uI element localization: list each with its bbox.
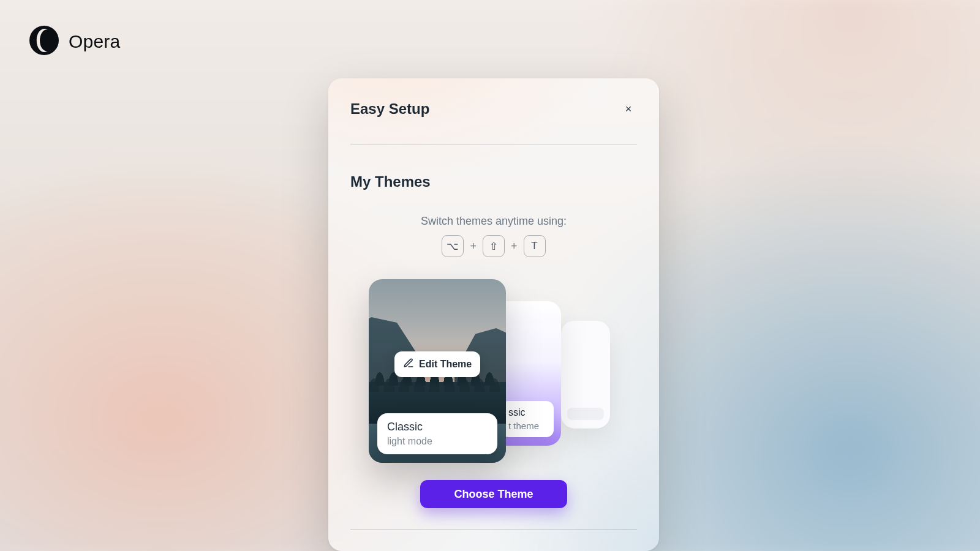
divider [350, 144, 637, 145]
keycap-plus: + [511, 240, 518, 253]
svg-point-3 [40, 30, 53, 51]
themes-carousel: ssic t theme Classic light mode Edit T [350, 279, 637, 463]
keycap-option-icon: ⌥ [442, 235, 464, 257]
divider [350, 529, 637, 530]
theme-sub: light mode [387, 436, 488, 447]
theme-card-label: Classic light mode [377, 413, 497, 454]
opera-logo-icon [28, 24, 60, 59]
shortcut-keys: ⌥ + ⇧ + T [350, 235, 637, 257]
brand: Opera [28, 24, 120, 59]
panel-header: Easy Setup × [350, 100, 637, 118]
brand-name: Opera [69, 31, 120, 52]
edit-theme-button[interactable]: Edit Theme [394, 351, 480, 377]
keycap-plus: + [470, 240, 477, 253]
theme-card-label-placeholder [567, 408, 604, 420]
theme-name: ssic [508, 407, 546, 418]
theme-card-placeholder[interactable] [561, 321, 610, 429]
theme-name: Classic [387, 421, 488, 433]
easy-setup-panel: Easy Setup × My Themes Switch themes any… [328, 78, 659, 551]
keycap-t: T [524, 235, 546, 257]
section-title-my-themes: My Themes [350, 173, 637, 190]
shortcut-hint: Switch themes anytime using: [350, 215, 637, 228]
keycap-shift-icon: ⇧ [483, 235, 505, 257]
close-button[interactable]: × [620, 100, 637, 118]
theme-card-label: ssic t theme [501, 401, 554, 437]
close-icon: × [625, 103, 632, 114]
choose-theme-label: Choose Theme [454, 488, 533, 500]
panel-title: Easy Setup [350, 100, 429, 118]
theme-sub: t theme [508, 421, 546, 431]
pencil-icon [403, 358, 414, 371]
choose-theme-button[interactable]: Choose Theme [420, 480, 567, 508]
edit-theme-label: Edit Theme [419, 359, 472, 370]
